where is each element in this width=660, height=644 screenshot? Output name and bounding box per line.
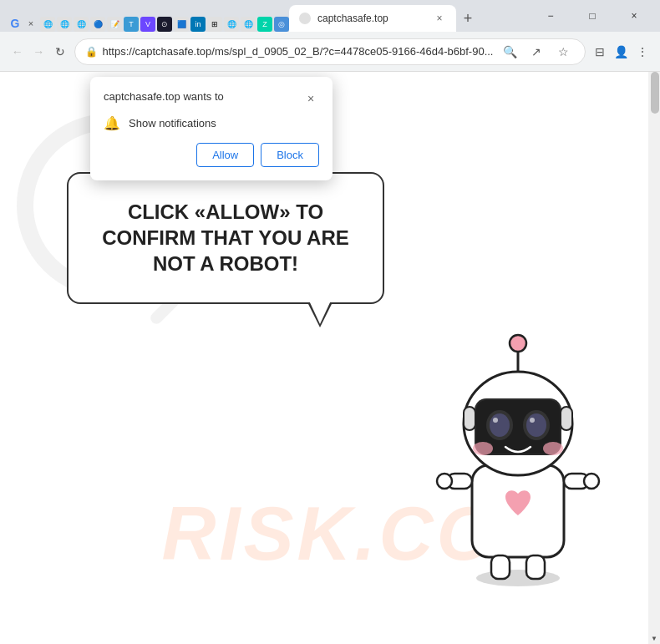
menu-icon[interactable]: ⋮ [635, 40, 650, 63]
tab-close-button[interactable]: × [433, 12, 446, 25]
favicon-tab-6[interactable]: T [124, 17, 139, 32]
back-button[interactable]: ← [10, 40, 25, 63]
content-area: RISK.CO CLICK «ALLOW» TO CONFIRM THAT YO… [0, 72, 660, 644]
svg-point-0 [476, 570, 560, 586]
favicon-tab-14[interactable]: Z [257, 17, 272, 32]
favicon-tab-2[interactable]: 🌐 [57, 17, 72, 32]
notification-popup: captchasafe.top wants to × 🔔 Show notifi… [90, 77, 333, 180]
address-actions: 🔍 ↗ ☆ [498, 40, 575, 63]
svg-point-16 [493, 418, 498, 423]
bell-icon: 🔔 [104, 115, 120, 131]
svg-rect-7 [526, 555, 545, 579]
popup-buttons: Allow Block [104, 143, 319, 167]
favicon-tab-12[interactable]: 🌐 [224, 17, 239, 32]
title-bar: G × 🌐 🌐 🌐 🔵 📝 T V ⊙ 🟦 in ⊞ 🌐 🌐 Z ◎ [0, 0, 660, 32]
active-tab[interactable]: captchasafe.top × [289, 5, 456, 32]
favicon-tab-8[interactable]: ⊙ [157, 17, 172, 32]
block-button[interactable]: Block [261, 143, 319, 167]
popup-close-button[interactable]: × [302, 90, 319, 107]
favicon-tab-7[interactable]: V [140, 17, 155, 32]
allow-button[interactable]: Allow [196, 143, 254, 167]
scrollbar-down[interactable]: ▼ [648, 632, 660, 644]
scrollbar-thumb[interactable] [651, 72, 659, 114]
popup-title: captchasafe.top wants to [104, 90, 224, 103]
favicon-tab-9[interactable]: 🟦 [174, 17, 189, 32]
window-controls: − □ × [531, 3, 653, 29]
svg-point-18 [473, 442, 493, 455]
maximize-button[interactable]: □ [573, 3, 612, 29]
extensions-icon[interactable]: ⊟ [592, 40, 607, 63]
lock-icon: 🔒 [85, 46, 98, 58]
address-bar: ← → ↻ 🔒 https://captchasafe.top/ms/spl_d… [0, 32, 660, 72]
url-text: https://captchasafe.top/ms/spl_d_0905_02… [103, 45, 494, 58]
favicon-tab-5[interactable]: 📝 [107, 17, 122, 32]
chrome-window: G × 🌐 🌐 🌐 🔵 📝 T V ⊙ 🟦 in ⊞ 🌐 🌐 Z ◎ [0, 0, 660, 644]
forward-button[interactable]: → [32, 40, 47, 63]
favicon-tab-11[interactable]: ⊞ [207, 17, 222, 32]
active-tab-favicon [299, 13, 311, 24]
svg-point-5 [584, 474, 599, 489]
profile-icon[interactable]: 👤 [614, 40, 629, 63]
active-tab-label: captchasafe.top [317, 13, 388, 24]
svg-rect-22 [464, 407, 475, 430]
favicon-tab-13[interactable]: 🌐 [241, 17, 256, 32]
new-tab-button[interactable]: + [456, 7, 480, 30]
favicon-tab-3[interactable]: 🌐 [74, 17, 89, 32]
favicon-tab-4[interactable]: 🔵 [90, 17, 105, 32]
svg-rect-23 [561, 407, 572, 430]
close-button[interactable]: × [615, 3, 653, 29]
popup-permission-row: 🔔 Show notifications [104, 115, 319, 131]
bubble-text: CLICK «ALLOW» TO CONFIRM THAT YOU ARE NO… [102, 199, 349, 277]
bookmark-icon[interactable]: ☆ [551, 40, 575, 63]
svg-point-19 [543, 442, 563, 455]
favicon-tab-15[interactable]: ◎ [274, 17, 289, 32]
robot-illustration [426, 323, 610, 594]
tab-close-x[interactable]: × [25, 18, 37, 29]
favicon-tab-10[interactable]: in [190, 17, 206, 32]
share-icon[interactable]: ↗ [525, 40, 548, 63]
svg-point-14 [490, 413, 510, 437]
svg-point-4 [437, 474, 452, 489]
speech-bubble: CLICK «ALLOW» TO CONFIRM THAT YOU ARE NO… [67, 172, 384, 304]
svg-point-21 [510, 335, 526, 352]
refresh-button[interactable]: ↻ [53, 40, 68, 63]
address-input-container[interactable]: 🔒 https://captchasafe.top/ms/spl_d_0905_… [74, 38, 586, 65]
popup-permission-text: Show notifications [129, 117, 216, 129]
google-icon: G [7, 15, 23, 32]
favicon-tab-1[interactable]: 🌐 [40, 17, 55, 32]
svg-rect-6 [491, 555, 510, 579]
popup-header: captchasafe.top wants to × [104, 90, 319, 107]
svg-point-15 [526, 413, 546, 437]
minimize-button[interactable]: − [531, 3, 570, 29]
scrollbar[interactable]: ▲ ▼ [648, 72, 660, 644]
svg-point-17 [530, 418, 535, 423]
google-lens-icon[interactable]: 🔍 [498, 40, 521, 63]
